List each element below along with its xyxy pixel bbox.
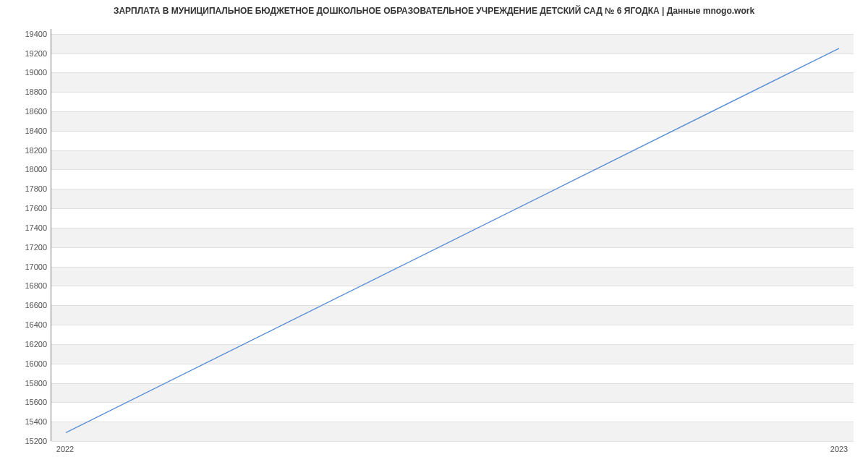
- y-tick-label: 18400: [14, 127, 47, 135]
- y-tick-label: 17800: [14, 184, 47, 193]
- x-tick-label: 2023: [830, 445, 848, 453]
- series-line: [66, 48, 839, 433]
- chart-title: ЗАРПЛАТА В МУНИЦИПАЛЬНОЕ БЮДЖЕТНОЕ ДОШКО…: [0, 6, 868, 16]
- y-tick-label: 16600: [14, 301, 47, 309]
- y-tick-label: 15200: [14, 437, 47, 445]
- y-tick-label: 16800: [14, 281, 47, 290]
- line-series: [51, 29, 854, 440]
- chart-container: ЗАРПЛАТА В МУНИЦИПАЛЬНОЕ БЮДЖЕТНОЕ ДОШКО…: [0, 0, 868, 470]
- y-tick-label: 18200: [14, 146, 47, 155]
- y-tick-label: 15400: [14, 417, 47, 426]
- y-tick-label: 18600: [14, 107, 47, 116]
- plot-area: [51, 29, 854, 441]
- y-tick-label: 16200: [14, 340, 47, 349]
- y-tick-label: 15600: [14, 398, 47, 406]
- x-tick-label: 2022: [56, 445, 74, 453]
- y-tick-label: 17400: [14, 223, 47, 232]
- y-tick-label: 17600: [14, 204, 47, 213]
- y-tick-label: 16400: [14, 320, 47, 329]
- y-tick-label: 19400: [14, 30, 47, 38]
- y-tick-label: 16000: [14, 359, 47, 368]
- y-tick-label: 17200: [14, 243, 47, 252]
- grid-line: [51, 441, 854, 442]
- y-tick-label: 18000: [14, 165, 47, 174]
- y-tick-label: 19200: [14, 49, 47, 58]
- y-tick-label: 15800: [14, 379, 47, 388]
- y-tick-label: 19000: [14, 68, 47, 77]
- y-tick-label: 17000: [14, 262, 47, 271]
- y-tick-label: 18800: [14, 87, 47, 96]
